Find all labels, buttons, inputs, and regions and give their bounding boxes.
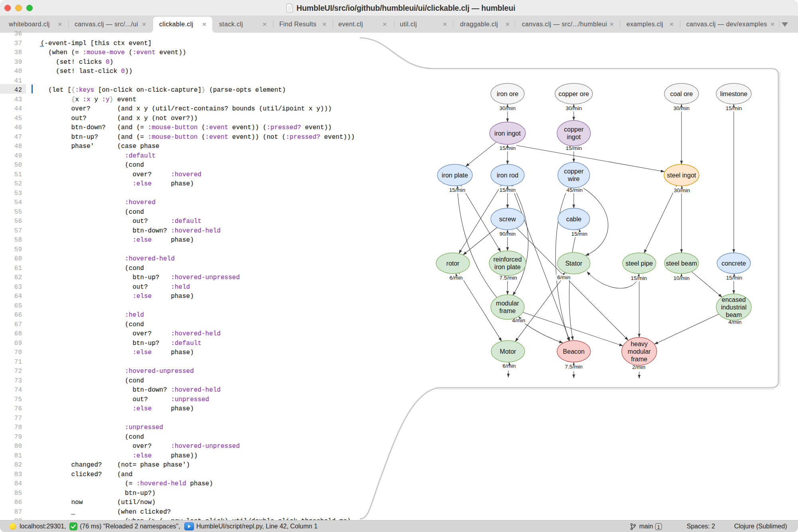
- svg-text:15/min: 15/min: [566, 145, 582, 151]
- svg-text:Motor: Motor: [500, 348, 517, 355]
- svg-text:heavy: heavy: [631, 341, 648, 347]
- svg-text:ingot: ingot: [567, 134, 581, 140]
- svg-text:6/min: 6/min: [557, 274, 570, 280]
- svg-text:15/min: 15/min: [726, 275, 743, 281]
- svg-text:15/min: 15/min: [726, 105, 742, 111]
- svg-text:iron ingot: iron ingot: [494, 130, 521, 137]
- svg-text:frame: frame: [500, 307, 516, 314]
- svg-text:30/min: 30/min: [674, 105, 690, 111]
- svg-text:cable: cable: [566, 216, 581, 223]
- svg-text:10/min: 10/min: [674, 275, 690, 281]
- svg-text:45/min: 45/min: [567, 187, 583, 193]
- svg-text:screw: screw: [499, 216, 516, 223]
- svg-text:wire: wire: [567, 175, 579, 182]
- svg-text:copper: copper: [564, 126, 584, 133]
- svg-text:4/min: 4/min: [728, 319, 741, 325]
- svg-text:Beacon: Beacon: [563, 348, 585, 355]
- svg-text:frame: frame: [631, 356, 648, 363]
- svg-text:rotor: rotor: [446, 260, 460, 267]
- svg-text:iron plate: iron plate: [442, 172, 468, 179]
- svg-text:industrial: industrial: [721, 304, 747, 311]
- svg-text:modular: modular: [628, 348, 651, 355]
- svg-text:30/min: 30/min: [674, 187, 690, 193]
- svg-text:4/min: 4/min: [512, 317, 525, 323]
- svg-text:steel beam: steel beam: [666, 260, 697, 267]
- svg-text:6/min: 6/min: [449, 275, 462, 281]
- svg-text:Stator: Stator: [565, 260, 583, 267]
- svg-text:15/min: 15/min: [449, 187, 466, 193]
- svg-text:30/min: 30/min: [566, 105, 582, 111]
- svg-text:steel pipe: steel pipe: [626, 260, 653, 267]
- svg-text:beam: beam: [726, 311, 742, 318]
- svg-text:15/min: 15/min: [500, 145, 516, 151]
- svg-text:7.5/min: 7.5/min: [565, 364, 583, 370]
- svg-text:15/min: 15/min: [500, 187, 516, 193]
- svg-text:copper: copper: [564, 168, 584, 175]
- svg-text:15/min: 15/min: [571, 231, 588, 237]
- svg-text:encased: encased: [722, 296, 746, 303]
- svg-text:limestone: limestone: [720, 91, 748, 97]
- svg-text:iron plate: iron plate: [494, 264, 521, 270]
- svg-text:2/min: 2/min: [632, 364, 645, 370]
- svg-text:concrete: concrete: [721, 260, 746, 267]
- svg-text:reinforced: reinforced: [493, 256, 521, 263]
- svg-text:7.5/min: 7.5/min: [500, 275, 517, 281]
- svg-text:coal ore: coal ore: [670, 91, 693, 97]
- svg-text:iron rod: iron rod: [497, 172, 518, 179]
- svg-text:90/min: 90/min: [500, 231, 516, 237]
- svg-text:steel ingot: steel ingot: [667, 172, 696, 179]
- svg-text:copper ore: copper ore: [559, 91, 589, 97]
- svg-text:modular: modular: [496, 300, 519, 307]
- svg-text:30/min: 30/min: [500, 105, 516, 111]
- svg-text:15/min: 15/min: [631, 275, 647, 281]
- svg-text:6/min: 6/min: [502, 363, 516, 369]
- svg-text:iron ore: iron ore: [497, 91, 518, 97]
